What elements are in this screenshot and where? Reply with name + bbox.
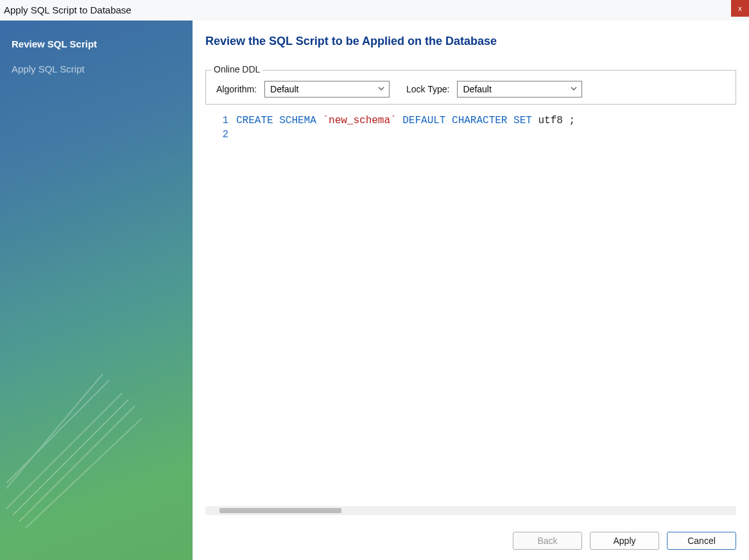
cancel-button[interactable]: Cancel xyxy=(667,532,736,550)
main-panel: Review the SQL Script to be Applied on t… xyxy=(193,21,749,560)
algorithm-select[interactable]: Default xyxy=(264,81,390,98)
lock-type-label: Lock Type: xyxy=(406,84,449,94)
horizontal-scrollbar[interactable] xyxy=(205,506,736,515)
wizard-step-apply[interactable]: Apply SQL Script xyxy=(0,60,193,78)
page-title: Review the SQL Script to be Applied on t… xyxy=(205,35,736,48)
lock-type-group: Lock Type: Default xyxy=(406,81,582,98)
algorithm-value: Default xyxy=(270,84,298,94)
back-button: Back xyxy=(513,532,582,550)
wizard-sidebar: Review SQL Script Apply SQL Script xyxy=(0,21,193,560)
close-button[interactable]: x xyxy=(731,0,749,17)
line-number: 2 xyxy=(205,128,228,142)
title-bar: Apply SQL Script to Database x xyxy=(0,0,749,21)
chevron-down-icon xyxy=(570,84,578,94)
code-line: CREATE SCHEMA `new_schema` DEFAULT CHARA… xyxy=(236,114,736,128)
wizard-step-review[interactable]: Review SQL Script xyxy=(0,35,193,53)
decorative-streaks xyxy=(6,355,173,534)
online-ddl-group: Online DDL Algorithm: Default Lock Type:… xyxy=(205,70,736,105)
sql-editor[interactable]: 1 2 CREATE SCHEMA `new_schema` DEFAULT C… xyxy=(205,114,736,504)
scrollbar-thumb[interactable] xyxy=(220,508,341,513)
apply-button[interactable]: Apply xyxy=(590,532,659,550)
chevron-down-icon xyxy=(377,84,385,94)
algorithm-group: Algorithm: Default xyxy=(216,81,390,98)
button-bar: Back Apply Cancel xyxy=(205,515,736,550)
online-ddl-legend: Online DDL xyxy=(211,64,263,74)
dialog-body: Review SQL Script Apply SQL Script Revie… xyxy=(0,21,749,560)
line-number-gutter: 1 2 xyxy=(205,114,236,504)
ddl-row: Algorithm: Default Lock Type: Default xyxy=(216,81,725,98)
lock-type-select[interactable]: Default xyxy=(457,81,582,98)
line-number: 1 xyxy=(205,114,228,128)
algorithm-label: Algorithm: xyxy=(216,84,257,94)
window-title: Apply SQL Script to Database xyxy=(4,4,132,15)
code-area[interactable]: CREATE SCHEMA `new_schema` DEFAULT CHARA… xyxy=(236,114,736,504)
code-line xyxy=(236,128,736,142)
lock-type-value: Default xyxy=(463,84,491,94)
close-icon: x xyxy=(738,4,742,12)
